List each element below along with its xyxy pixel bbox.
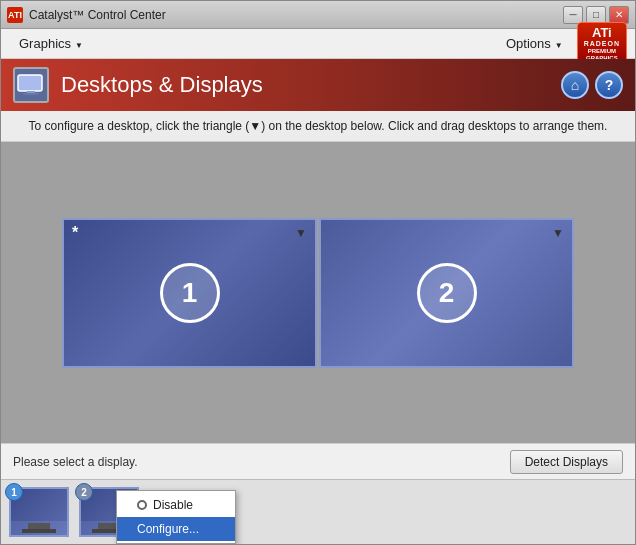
ati-logo-premium: PREMIUM bbox=[588, 48, 616, 55]
display-block-2[interactable]: ▼ 2 bbox=[319, 218, 574, 368]
minimize-button[interactable]: ─ bbox=[563, 6, 583, 24]
display-block-1[interactable]: * ▼ 1 bbox=[62, 218, 317, 368]
panel-header: Desktops & Displays ⌂ ? bbox=[1, 59, 635, 111]
ati-titlebar-icon: ATI bbox=[7, 7, 23, 23]
disable-label: Disable bbox=[153, 498, 193, 512]
active-asterisk: * bbox=[72, 224, 78, 242]
display-2-number: 2 bbox=[417, 263, 477, 323]
detect-displays-button[interactable]: Detect Displays bbox=[510, 450, 623, 474]
svg-rect-0 bbox=[18, 75, 42, 91]
thumb-2-badge: 2 bbox=[75, 483, 93, 501]
context-menu-disable[interactable]: Disable bbox=[117, 493, 235, 517]
disable-radio bbox=[137, 500, 147, 510]
thumbnail-1[interactable]: 1 bbox=[9, 487, 69, 537]
help-button[interactable]: ? bbox=[595, 71, 623, 99]
panel-header-icon bbox=[13, 67, 49, 103]
content-area: To configure a desktop, click the triang… bbox=[1, 111, 635, 544]
window-title: Catalyst™ Control Center bbox=[29, 8, 166, 22]
display-1-triangle[interactable]: ▼ bbox=[295, 226, 307, 240]
main-window: ATI Catalyst™ Control Center ─ □ ✕ Graph… bbox=[0, 0, 636, 545]
title-bar-left: ATI Catalyst™ Control Center bbox=[7, 7, 166, 23]
display-1-number: 1 bbox=[160, 263, 220, 323]
window-controls: ─ □ ✕ bbox=[563, 6, 629, 24]
instruction-text: To configure a desktop, click the triang… bbox=[29, 119, 608, 133]
context-menu-configure[interactable]: Configure... bbox=[117, 517, 235, 541]
display-area: * ▼ 1 ▼ 2 bbox=[1, 142, 635, 443]
thumb-1-badge: 1 bbox=[5, 483, 23, 501]
graphics-menu-label: Graphics bbox=[19, 36, 71, 51]
status-bar: Please select a display. Detect Displays bbox=[1, 443, 635, 479]
ati-logo-radeon: RADEON bbox=[584, 40, 620, 48]
options-menu-label: Options bbox=[506, 36, 551, 51]
graphics-menu[interactable]: Graphics bbox=[9, 32, 93, 55]
menu-bar: Graphics Options ATi RADEON PREMIUM GRAP… bbox=[1, 29, 635, 59]
configure-label: Configure... bbox=[137, 522, 199, 536]
close-button[interactable]: ✕ bbox=[609, 6, 629, 24]
options-menu-arrow bbox=[555, 36, 563, 51]
header-buttons: ⌂ ? bbox=[561, 71, 623, 99]
thumbnail-strip: 1 2 Disable Configure... bbox=[1, 479, 635, 544]
maximize-button[interactable]: □ bbox=[586, 6, 606, 24]
context-menu: Disable Configure... bbox=[116, 490, 236, 544]
home-button[interactable]: ⌂ bbox=[561, 71, 589, 99]
thumb-1-base bbox=[22, 529, 56, 533]
options-menu[interactable]: Options bbox=[496, 32, 573, 55]
svg-rect-2 bbox=[23, 93, 39, 95]
graphics-menu-arrow bbox=[75, 36, 83, 51]
ati-logo-brand: ATi bbox=[592, 26, 612, 40]
display-2-triangle[interactable]: ▼ bbox=[552, 226, 564, 240]
status-text: Please select a display. bbox=[13, 455, 138, 469]
panel-title: Desktops & Displays bbox=[61, 72, 549, 98]
instruction-bar: To configure a desktop, click the triang… bbox=[1, 111, 635, 142]
